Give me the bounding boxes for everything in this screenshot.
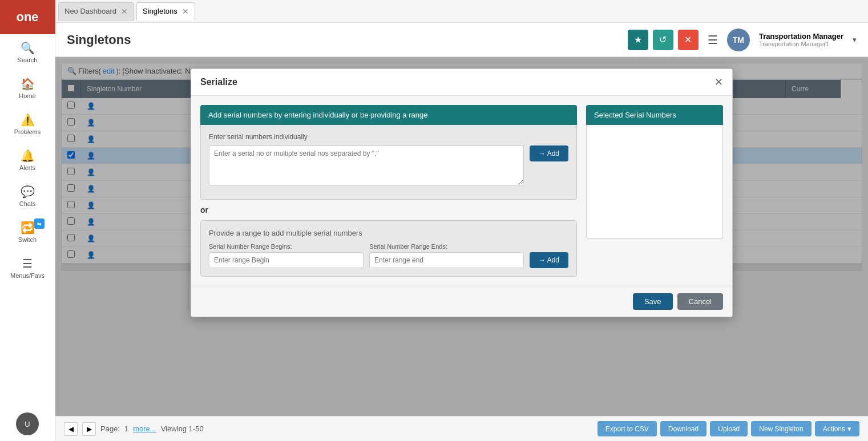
- sidebar-item-label: Problems: [14, 128, 41, 135]
- sidebar-item-label: Home: [19, 92, 35, 99]
- app-logo: one: [0, 0, 55, 34]
- switch-icon: 🔁: [21, 221, 35, 234]
- range-end-input[interactable]: [369, 252, 524, 268]
- sidebar-item-label: Chats: [19, 200, 36, 207]
- serial-input[interactable]: [209, 145, 524, 185]
- tab-close-icon[interactable]: ✕: [182, 7, 189, 16]
- save-button[interactable]: Save: [633, 293, 673, 310]
- page-header: Singletons ★ ↺ ✕ ☰ TM Transportation Man…: [55, 23, 868, 57]
- actions-dropdown-button[interactable]: Actions ▾: [815, 421, 859, 436]
- next-page-button[interactable]: ▶: [82, 422, 96, 436]
- content-area: 🔍 Filters (edit): [Show Inactivated: No]…: [55, 57, 868, 416]
- user-role: Transportation Manager1: [759, 41, 843, 47]
- download-button[interactable]: Download: [660, 421, 706, 436]
- bottom-bar: ◀ ▶ Page: 1 more... Viewing 1-50 Export …: [55, 416, 868, 441]
- modal-title: Serialize: [200, 77, 237, 87]
- header-actions: ★ ↺ ✕ ☰ TM Transportation Manager Transp…: [628, 29, 857, 51]
- sidebar-item-home[interactable]: 🏠 Home: [0, 70, 55, 106]
- new-singleton-button[interactable]: New Singleton: [751, 421, 811, 436]
- range-section: Provide a range to add multiple serial n…: [200, 220, 577, 277]
- problems-icon: ⚠️: [21, 113, 35, 127]
- chats-icon: 💬: [21, 185, 35, 199]
- tab-label: Singletons: [143, 7, 177, 15]
- more-pages-link[interactable]: more...: [133, 424, 156, 433]
- sidebar-item-switch[interactable]: 🔁 ⇆ Switch: [0, 214, 55, 250]
- tab-singletons[interactable]: Singletons ✕: [136, 2, 195, 21]
- range-title: Provide a range to add multiple serial n…: [209, 229, 568, 237]
- modal-left-panel: Add serial numbers by entering individua…: [200, 105, 577, 277]
- range-end-field: Serial Number Range Ends:: [369, 243, 524, 268]
- menu-button[interactable]: ☰: [703, 33, 722, 47]
- sidebar-item-label: Switch: [18, 236, 37, 243]
- modal-close-button[interactable]: ✕: [714, 76, 723, 88]
- tab-close-icon[interactable]: ✕: [121, 7, 128, 16]
- page-label: Page:: [100, 424, 120, 433]
- bottom-actions: Export to CSV Download Upload New Single…: [597, 421, 859, 436]
- selected-header: Selected Serial Numbers: [586, 105, 723, 125]
- or-divider: or: [200, 200, 577, 220]
- tab-label: Neo Dashboard: [64, 7, 116, 15]
- sidebar-item-label: Alerts: [19, 164, 35, 171]
- range-begin-input[interactable]: [209, 252, 364, 268]
- modal-footer: Save Cancel: [191, 286, 732, 317]
- modal-header: Serialize ✕: [191, 69, 732, 96]
- tab-bar: Neo Dashboard ✕ Singletons ✕: [55, 0, 868, 23]
- individual-add-button[interactable]: → Add: [530, 145, 568, 161]
- individual-input-row: → Add: [209, 145, 568, 185]
- viewing-label: Viewing 1-50: [161, 424, 204, 433]
- range-begin-label: Serial Number Range Begins:: [209, 243, 364, 250]
- actions-dropdown-arrow: ▾: [847, 424, 851, 433]
- user-info: Transportation Manager Transportation Ma…: [759, 32, 843, 47]
- range-end-label: Serial Number Range Ends:: [369, 243, 524, 250]
- sidebar-item-search[interactable]: 🔍 Search: [0, 34, 55, 70]
- modal-body: Add serial numbers by entering individua…: [191, 96, 732, 286]
- cancel-button[interactable]: Cancel: [677, 293, 723, 310]
- refresh-button[interactable]: ↺: [653, 30, 673, 50]
- main-area: Neo Dashboard ✕ Singletons ✕ Singletons …: [55, 0, 868, 441]
- sidebar-item-label: Search: [18, 56, 38, 63]
- page-title: Singletons: [67, 33, 628, 47]
- tab-neo-dashboard[interactable]: Neo Dashboard ✕: [58, 2, 134, 21]
- selected-body: [586, 125, 723, 239]
- sidebar: one 🔍 Search 🏠 Home ⚠️ Problems 🔔 Alerts…: [0, 0, 55, 441]
- sidebar-item-label: Menus/Favs: [10, 272, 45, 279]
- user-avatar: TM: [727, 29, 750, 51]
- range-begin-field: Serial Number Range Begins:: [209, 243, 364, 268]
- avatar: U: [16, 412, 39, 435]
- sidebar-item-problems[interactable]: ⚠️ Problems: [0, 106, 55, 142]
- sidebar-item-menus[interactable]: ☰ Menus/Favs: [0, 250, 55, 286]
- home-icon: 🏠: [21, 77, 35, 91]
- page-number: 1: [124, 424, 128, 433]
- sidebar-item-chats[interactable]: 💬 Chats: [0, 178, 55, 214]
- range-inputs: Serial Number Range Begins: Serial Numbe…: [209, 243, 568, 268]
- user-dropdown-arrow[interactable]: ▾: [853, 35, 857, 44]
- left-panel-header: Add serial numbers by entering individua…: [200, 105, 577, 125]
- pagination: ◀ ▶ Page: 1 more... Viewing 1-50: [64, 422, 597, 436]
- star-button[interactable]: ★: [628, 30, 648, 50]
- switch-badge: ⇆: [34, 219, 45, 229]
- export-csv-button[interactable]: Export to CSV: [597, 421, 657, 436]
- upload-button[interactable]: Upload: [710, 421, 748, 436]
- search-icon: 🔍: [21, 41, 35, 55]
- close-button[interactable]: ✕: [678, 30, 699, 50]
- prev-page-button[interactable]: ◀: [64, 422, 78, 436]
- sidebar-item-alerts[interactable]: 🔔 Alerts: [0, 142, 55, 178]
- user-name: Transportation Manager: [759, 32, 843, 41]
- range-add-button[interactable]: → Add: [530, 252, 568, 268]
- individual-label: Enter serial numbers individually: [209, 133, 568, 141]
- serialize-modal: Serialize ✕ Add serial numbers by enteri…: [191, 68, 733, 317]
- modal-overlay: Serialize ✕ Add serial numbers by enteri…: [55, 57, 868, 416]
- menus-icon: ☰: [22, 257, 33, 270]
- alerts-icon: 🔔: [21, 149, 35, 163]
- modal-right-panel: Selected Serial Numbers: [586, 105, 723, 277]
- individual-section: Enter serial numbers individually → Add: [200, 125, 577, 200]
